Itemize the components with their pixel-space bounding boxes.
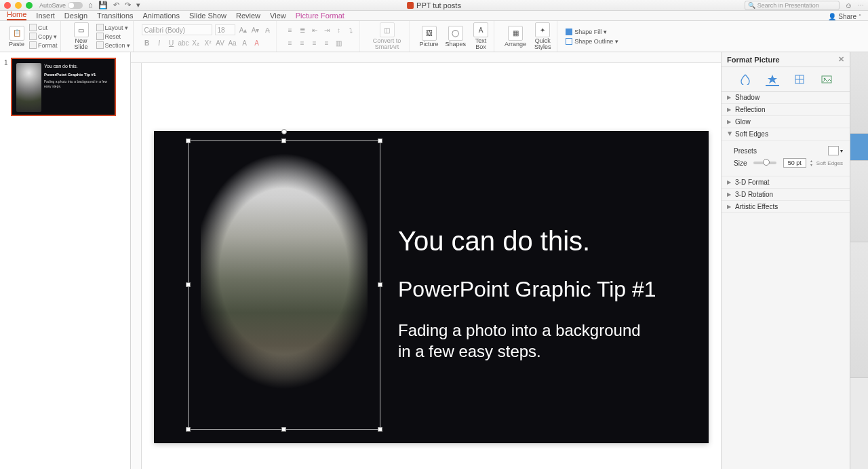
- glow-section[interactable]: ▶Glow: [722, 116, 850, 128]
- increase-font-button[interactable]: A▴: [238, 24, 249, 35]
- strip-segment[interactable]: [850, 161, 868, 242]
- reflection-section[interactable]: ▶Reflection: [722, 104, 850, 116]
- size-properties-tab[interactable]: [793, 73, 806, 86]
- section-button[interactable]: Section ▾: [96, 41, 130, 49]
- tab-design[interactable]: Design: [64, 12, 87, 20]
- underline-button[interactable]: U: [166, 37, 177, 48]
- size-slider[interactable]: [753, 162, 776, 164]
- quick-styles-button[interactable]: ✦Quick Styles: [531, 22, 554, 50]
- 3d-format-section[interactable]: ▶3-D Format: [722, 176, 850, 189]
- resize-handle-s[interactable]: [281, 427, 286, 432]
- autosave-switch[interactable]: [68, 2, 83, 9]
- picture-tab[interactable]: [820, 73, 833, 86]
- numbering-button[interactable]: ≣: [297, 24, 308, 35]
- cut-button[interactable]: Cut: [29, 24, 58, 31]
- tab-animations[interactable]: Animations: [143, 12, 180, 20]
- close-pane-button[interactable]: ✕: [838, 55, 844, 64]
- clear-format-button[interactable]: A̶: [262, 24, 273, 35]
- slide-thumbnail-1[interactable]: 1 You can do this. PowerPoint Graphic Ti…: [4, 58, 126, 116]
- decrease-indent-button[interactable]: ⇤: [309, 24, 320, 35]
- strikethrough-button[interactable]: abc: [178, 37, 189, 48]
- align-left-button[interactable]: ≡: [285, 37, 296, 48]
- tab-transitions[interactable]: Transitions: [97, 12, 133, 20]
- shape-outline-button[interactable]: Shape Outline ▾: [566, 38, 618, 45]
- tab-picture-format[interactable]: Picture Format: [296, 12, 344, 20]
- fill-line-tab[interactable]: [738, 73, 752, 86]
- close-window-button[interactable]: [4, 2, 11, 9]
- bold-button[interactable]: B: [142, 37, 153, 48]
- italic-button[interactable]: I: [154, 37, 165, 48]
- line-spacing-button[interactable]: ↕: [334, 24, 344, 35]
- tab-insert[interactable]: Insert: [36, 12, 55, 20]
- font-size-select[interactable]: 18: [215, 24, 235, 35]
- autosave-toggle[interactable]: AutoSave: [39, 2, 83, 9]
- picture-button[interactable]: 🖼Picture: [418, 26, 441, 48]
- resize-handle-nw[interactable]: [186, 138, 191, 143]
- minimize-window-button[interactable]: [15, 2, 22, 9]
- rotation-handle[interactable]: [281, 129, 287, 134]
- tab-review[interactable]: Review: [236, 12, 260, 20]
- char-spacing-button[interactable]: AV: [215, 37, 226, 48]
- slide-editor[interactable]: You can do this. PowerPoint Graphic Tip …: [131, 52, 721, 469]
- resize-handle-sw[interactable]: [186, 427, 191, 432]
- tab-slideshow[interactable]: Slide Show: [189, 12, 226, 20]
- increase-indent-button[interactable]: ⇥: [321, 24, 332, 35]
- slide[interactable]: You can do this. PowerPoint Graphic Tip …: [154, 131, 709, 443]
- selection-box[interactable]: [188, 140, 380, 430]
- size-stepper[interactable]: ▴▾: [810, 159, 812, 167]
- resize-handle-se[interactable]: [378, 427, 382, 432]
- font-family-select[interactable]: Calibri (Body): [142, 24, 212, 35]
- slider-knob[interactable]: [763, 159, 770, 166]
- qat-dropdown-icon[interactable]: ▾: [136, 1, 140, 10]
- layout-button[interactable]: Layout ▾: [96, 24, 130, 31]
- paste-button[interactable]: 📋 Paste: [7, 26, 26, 48]
- decrease-font-button[interactable]: A▾: [250, 24, 261, 35]
- 3d-rotation-section[interactable]: ▶3-D Rotation: [722, 189, 850, 201]
- slide-text-block[interactable]: You can do this. PowerPoint Graphic Tip …: [398, 226, 682, 362]
- subscript-button[interactable]: X₂: [191, 37, 201, 48]
- share-button[interactable]: 👤 Share ˄: [828, 13, 861, 20]
- feedback-icon[interactable]: ☺: [845, 1, 852, 10]
- maximize-window-button[interactable]: [26, 2, 33, 9]
- change-case-button[interactable]: Aa: [227, 37, 238, 48]
- search-input[interactable]: 🔍 Search in Presentation: [745, 1, 840, 10]
- home-icon[interactable]: ⌂: [88, 1, 93, 10]
- slide-photo[interactable]: [201, 148, 368, 422]
- shadow-section[interactable]: ▶Shadow: [722, 92, 850, 104]
- bullets-button[interactable]: ≡: [285, 24, 296, 35]
- convert-smartart-button[interactable]: ◫ Convert to SmartArt: [368, 22, 406, 50]
- new-slide-button[interactable]: ▭ New Slide: [69, 22, 94, 50]
- presets-dropdown[interactable]: ▾: [828, 146, 843, 155]
- copy-button[interactable]: Copy ▾: [29, 33, 58, 40]
- soft-edges-section[interactable]: ▶Soft Edges: [722, 128, 850, 140]
- artistic-effects-section[interactable]: ▶Artistic Effects: [722, 201, 850, 213]
- save-icon[interactable]: 💾: [98, 1, 108, 10]
- superscript-button[interactable]: X²: [203, 37, 214, 48]
- font-color-button[interactable]: A: [252, 37, 262, 48]
- textbox-button[interactable]: AText Box: [471, 22, 491, 50]
- tab-home[interactable]: Home: [7, 10, 26, 20]
- arrange-button[interactable]: ▦Arrange: [502, 26, 528, 48]
- chevron-down-icon[interactable]: ⋯: [858, 2, 864, 9]
- resize-handle-n[interactable]: [281, 138, 286, 143]
- format-painter-button[interactable]: Format: [29, 41, 58, 49]
- tab-view[interactable]: View: [270, 12, 286, 20]
- canvas[interactable]: You can do this. PowerPoint Graphic Tip …: [142, 63, 721, 469]
- effects-tab[interactable]: [766, 73, 779, 86]
- text-direction-button[interactable]: ⤵: [346, 24, 357, 35]
- strip-segment[interactable]: [850, 134, 868, 161]
- strip-segment[interactable]: [850, 52, 868, 134]
- resize-handle-e[interactable]: [378, 282, 382, 287]
- align-right-button[interactable]: ≡: [309, 37, 320, 48]
- shapes-button[interactable]: ◯Shapes: [443, 26, 469, 48]
- shape-fill-button[interactable]: Shape Fill ▾: [566, 29, 618, 35]
- strip-segment[interactable]: [850, 242, 868, 378]
- resize-handle-ne[interactable]: [378, 138, 382, 143]
- justify-button[interactable]: ≡: [321, 37, 332, 48]
- undo-icon[interactable]: ↶: [113, 1, 119, 10]
- align-center-button[interactable]: ≡: [297, 37, 308, 48]
- highlight-button[interactable]: A: [239, 37, 250, 48]
- size-value-input[interactable]: 50 pt: [783, 158, 806, 168]
- resize-handle-w[interactable]: [186, 282, 191, 287]
- columns-button[interactable]: ▥: [334, 37, 344, 48]
